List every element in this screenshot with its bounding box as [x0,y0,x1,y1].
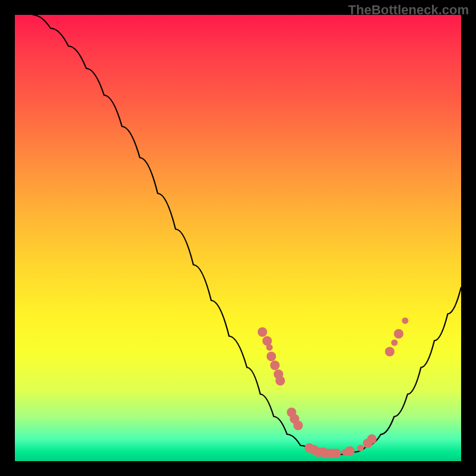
data-marker [293,421,303,430]
data-marker [267,352,276,361]
data-marker [331,449,341,458]
data-marker [367,434,377,444]
chart-plot-area [15,15,461,461]
data-marker [258,327,267,337]
data-marker [385,347,394,356]
watermark-text: TheBottleneck.com [348,2,469,18]
bottleneck-curve [15,15,461,461]
data-marker [394,329,403,339]
data-marker [275,376,285,386]
data-marker [345,446,355,456]
data-marker [270,361,280,370]
